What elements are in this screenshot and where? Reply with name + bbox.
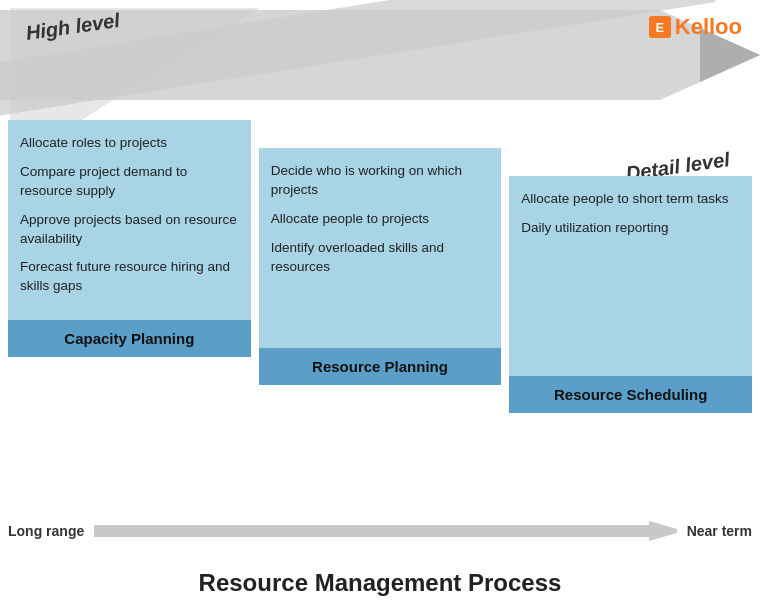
- bottom-arrow-bar: [94, 521, 676, 541]
- logo-text: Kelloo: [675, 14, 742, 40]
- resource-planning-label: Resource Planning: [259, 348, 502, 385]
- resource-scheduling-label: Resource Scheduling: [509, 376, 752, 413]
- bottom-arrow-area: Long range Near term: [8, 521, 752, 541]
- main-container: E Kelloo High level Detail level Allocat…: [0, 0, 760, 609]
- columns-area: Allocate roles to projects Compare proje…: [8, 120, 752, 413]
- logo: E Kelloo: [649, 14, 742, 40]
- capacity-bullet-1: Allocate roles to projects: [20, 134, 239, 153]
- resource-scheduling-bullet-2: Daily utilization reporting: [521, 219, 740, 238]
- long-range-label: Long range: [8, 523, 84, 539]
- resource-planning-bullet-3: Identify overloaded skills and resources: [271, 239, 490, 277]
- svg-marker-9: [94, 521, 676, 541]
- page-title: Resource Management Process: [0, 569, 760, 597]
- resource-scheduling-bullet-1: Allocate people to short term tasks: [521, 190, 740, 209]
- capacity-bullet-4: Forecast future resource hiring and skil…: [20, 258, 239, 296]
- resource-planning-bullet-1: Decide who is working on which projects: [271, 162, 490, 200]
- capacity-bullet-3: Approve projects based on resource avail…: [20, 211, 239, 249]
- high-level-label: High level: [24, 9, 121, 45]
- logo-icon: E: [649, 16, 671, 38]
- capacity-bullet-2: Compare project demand to resource suppl…: [20, 163, 239, 201]
- column-resource-planning: Decide who is working on which projects …: [259, 120, 502, 385]
- column-resource-scheduling: Allocate people to short term tasks Dail…: [509, 120, 752, 413]
- capacity-planning-label: Capacity Planning: [8, 320, 251, 357]
- column-capacity-planning: Allocate roles to projects Compare proje…: [8, 120, 251, 357]
- bottom-arrow-svg: [94, 521, 676, 541]
- resource-scheduling-content: Allocate people to short term tasks Dail…: [509, 176, 752, 376]
- resource-planning-content: Decide who is working on which projects …: [259, 148, 502, 348]
- resource-planning-bullet-2: Allocate people to projects: [271, 210, 490, 229]
- capacity-planning-content: Allocate roles to projects Compare proje…: [8, 120, 251, 320]
- near-term-label: Near term: [687, 523, 752, 539]
